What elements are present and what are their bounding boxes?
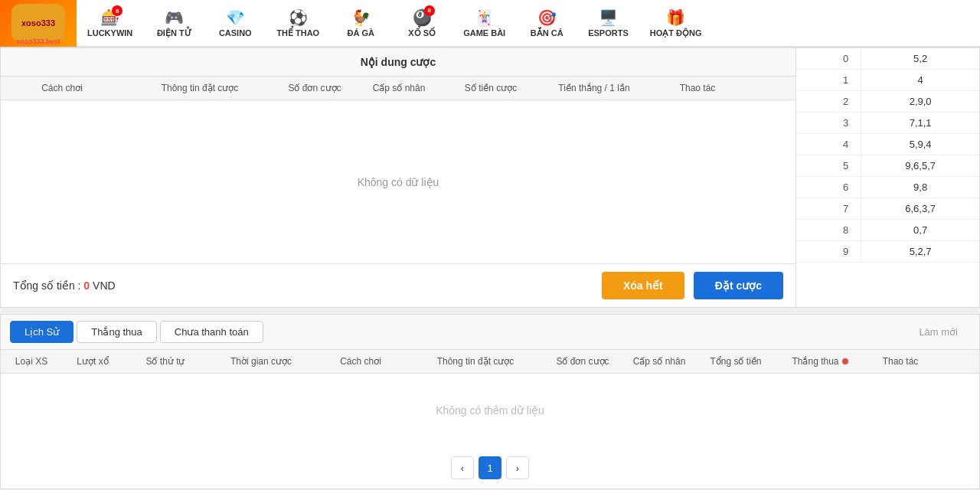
bet-column-header: Thao tác [652, 83, 743, 93]
right-table-row: 1 4 [796, 70, 979, 91]
nav-badge-xo-so: 8 [424, 5, 435, 16]
logo[interactable]: xoso333 xoso333.best [0, 0, 77, 47]
bet-button[interactable]: Đặt cược [694, 272, 783, 299]
right-table-row: 9 5,2,7 [796, 241, 979, 263]
thang-thua-dot [842, 358, 848, 364]
history-column-header: Thao tác [866, 356, 935, 367]
bet-empty-text: Không có dữ liệu [1, 100, 795, 263]
clear-button[interactable]: Xóa hết [602, 272, 684, 299]
right-table-row: 7 6,6,3,7 [796, 198, 979, 220]
history-column-header: Cách chơi [315, 356, 407, 367]
nav-icon-esports: 🖥️ [599, 8, 618, 27]
bet-buttons: Xóa hết Đặt cược [602, 272, 783, 299]
bet-footer: Tổng số tiền : 0 VND Xóa hết Đặt cược [1, 263, 795, 307]
nav-item-da-ga[interactable]: 🐓 ĐÁ GÀ [330, 0, 391, 46]
tab-lich-su[interactable]: Lịch Sử [10, 321, 74, 343]
right-table-index: 8 [796, 220, 861, 241]
right-table-index: 4 [796, 134, 861, 155]
bet-column-header: Tiền thắng / 1 lần [537, 83, 652, 93]
history-column-header: Loại XS [1, 356, 62, 367]
history-table-header: Loại XSLượt xổSố thứ tựThời gian cượcCác… [1, 350, 979, 374]
right-table-value: 6,6,3,7 [861, 198, 979, 220]
history-column-header: Thông tin đặt cược [407, 356, 544, 367]
right-table-index: 1 [796, 70, 861, 91]
nav-item-casino[interactable]: 💎 CASINO [204, 0, 266, 46]
right-table-row: 2 2,9,0 [796, 91, 979, 113]
history-column-header: Tổng số tiền [697, 356, 774, 367]
history-column-header: Thời gian cược [207, 356, 315, 367]
history-column-header: Thắng thua [774, 356, 866, 367]
right-table-value: 0,7 [861, 220, 979, 241]
bet-column-header: Cách chơi [1, 83, 123, 93]
right-table-value: 2,9,0 [861, 91, 979, 113]
right-table-index: 0 [796, 48, 861, 70]
right-table-value: 5,2 [861, 48, 979, 70]
nav-label-ban-ca: BẮN CÁ [531, 28, 564, 38]
tab-thang-thua[interactable]: Thắng thua [77, 321, 157, 343]
nav-icon-luckywin: 🎰 8 [100, 8, 119, 27]
right-table-value: 5,9,4 [861, 134, 979, 155]
right-table-index: 2 [796, 91, 861, 113]
right-table-value: 9,6,5,7 [861, 155, 979, 177]
nav-badge-luckywin: 8 [112, 5, 122, 16]
pagination: ‹ 1 › [1, 447, 979, 488]
nav-item-ban-ca[interactable]: 🎯 BẮN CÁ [516, 0, 577, 46]
nav-icon-ban-ca: 🎯 [537, 8, 557, 27]
logo-inner: xoso333 [11, 4, 65, 42]
bet-total-label: Tổng số tiền : [13, 279, 80, 292]
bet-total-currency: VND [93, 279, 116, 292]
nav-item-xo-so[interactable]: 🎱 8 XỔ SỐ [391, 0, 452, 46]
bet-column-header: Cấp số nhân [353, 83, 445, 93]
right-table-value: 4 [861, 70, 979, 91]
history-column-header: Cấp số nhân [621, 356, 697, 367]
next-page-button[interactable]: › [506, 456, 529, 479]
right-table-value: 5,2,7 [861, 241, 979, 263]
right-table-row: 4 5,9,4 [796, 134, 979, 155]
nav-icon-the-thao: ⚽ [289, 8, 308, 27]
main-content: Nội dung cược Cách chơiThông tin đặt cượ… [0, 47, 980, 308]
page-1-button[interactable]: 1 [479, 456, 501, 479]
nav-item-game-bai[interactable]: 🃏 GAME BÀI [452, 0, 516, 46]
nav-label-hoat-dong: HOẠT ĐỘNG [650, 28, 702, 38]
right-table-index: 6 [796, 177, 861, 198]
bet-column-header: Số đơn cược [276, 83, 353, 93]
nav-label-luckywin: LUCKYWIN [87, 28, 132, 38]
logo-subtext: xoso333.best [0, 38, 77, 45]
betting-panel-title: Nội dung cược [1, 48, 795, 77]
nav-label-da-ga: ĐÁ GÀ [347, 28, 374, 38]
right-data-table: 0 5,2 1 4 2 2,9,0 3 7,1,1 4 5,9,4 5 9,6,… [796, 48, 979, 263]
nav-icon-dien-tu: 🎮 [165, 8, 184, 27]
right-table-row: 3 7,1,1 [796, 113, 979, 134]
right-table-value: 9,8 [861, 177, 979, 198]
right-table-index: 9 [796, 241, 861, 263]
right-table-row: 8 0,7 [796, 220, 979, 241]
refresh-button[interactable]: Làm mới [906, 322, 970, 342]
nav-label-xo-so: XỔ SỐ [408, 28, 436, 38]
history-column-header: Số thứ tự [123, 356, 207, 367]
history-column-header: Lượt xổ [62, 356, 123, 367]
right-table-row: 5 9,6,5,7 [796, 155, 979, 177]
history-column-header: Số đơn cược [544, 356, 621, 367]
right-table-row: 6 9,8 [796, 177, 979, 198]
prev-page-button[interactable]: ‹ [451, 456, 474, 479]
nav-item-luckywin[interactable]: 🎰 8 LUCKYWIN [77, 0, 143, 46]
bet-column-header: Thông tin đặt cược [123, 83, 276, 93]
nav-icon-game-bai: 🃏 [475, 8, 494, 27]
nav-item-the-thao[interactable]: ⚽ THỂ THAO [266, 0, 330, 46]
nav-label-esports: ESPORTS [588, 28, 629, 38]
nav-icon-xo-so: 🎱 8 [413, 8, 432, 27]
right-table-index: 7 [796, 198, 861, 220]
nav-item-hoat-dong[interactable]: 🎁 HOẠT ĐỘNG [639, 0, 713, 46]
nav-item-dien-tu[interactable]: 🎮 ĐIỆN TỬ [143, 0, 204, 46]
tab-chua-thanh-toan[interactable]: Chưa thanh toán [160, 321, 263, 343]
header: xoso333 xoso333.best 🎰 8 LUCKYWIN 🎮 ĐIỆN… [0, 0, 980, 47]
nav-item-esports[interactable]: 🖥️ ESPORTS [577, 0, 639, 46]
right-table-row: 0 5,2 [796, 48, 979, 70]
nav-bar: 🎰 8 LUCKYWIN 🎮 ĐIỆN TỬ 💎 CASINO ⚽ THỂ TH… [77, 0, 980, 46]
bottom-section: Lịch SửThắng thuaChưa thanh toánLàm mới … [0, 314, 980, 489]
nav-label-dien-tu: ĐIỆN TỬ [157, 28, 191, 38]
nav-icon-casino: 💎 [226, 8, 245, 27]
nav-label-casino: CASINO [219, 28, 252, 38]
bet-column-header: Số tiền cược [445, 83, 537, 93]
bet-total: Tổng số tiền : 0 VND [13, 279, 116, 292]
